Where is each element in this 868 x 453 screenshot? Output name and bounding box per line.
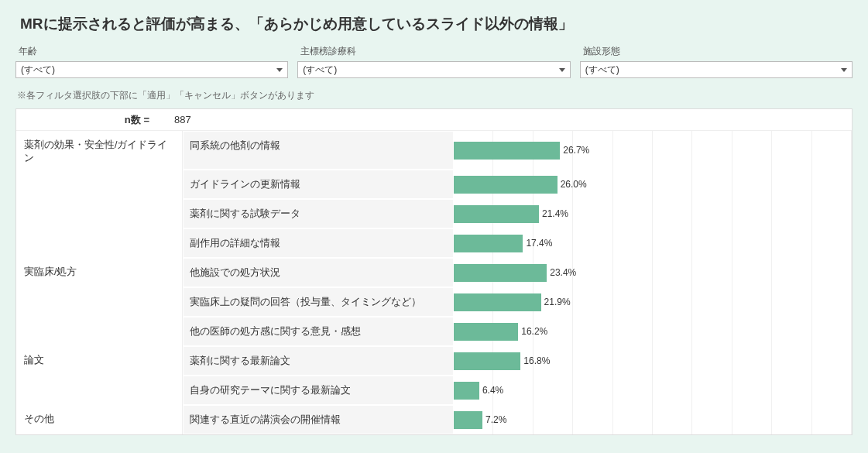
bar-cell: 6.4% (454, 376, 852, 405)
item-label: 同系統の他剤の情報 (183, 131, 454, 170)
bar: 23.4% (454, 264, 547, 282)
filter-age-select[interactable]: (すべて) (15, 61, 288, 78)
bar: 26.0% (454, 176, 558, 194)
item-label: 他施設での処方状況 (183, 258, 454, 287)
chevron-down-icon (841, 68, 847, 72)
table-row: 自身の研究テーマに関する最新論文6.4% (16, 376, 852, 405)
group-label (16, 199, 183, 228)
bar: 21.9% (454, 293, 541, 311)
filter-value: (すべて) (585, 63, 619, 77)
bar: 7.2% (454, 411, 482, 429)
table-row: 薬剤の効果・安全性/ガイドライン同系統の他剤の情報26.7% (16, 131, 852, 170)
filter-label: 主標榜診療科 (297, 45, 570, 58)
chevron-down-icon (276, 68, 283, 72)
bar-value-label: 23.4% (550, 267, 576, 278)
filter-value: (すべて) (21, 63, 55, 77)
group-label: 論文 (16, 346, 183, 376)
bar: 21.4% (454, 205, 539, 223)
filter-label: 年齢 (15, 45, 288, 58)
chart-area: n数 = 887 薬剤の効果・安全性/ガイドライン同系統の他剤の情報26.7%ガ… (15, 108, 853, 435)
table-row: 薬剤に関する試験データ21.4% (16, 199, 852, 228)
bar: 16.2% (454, 323, 518, 341)
bar: 6.4% (454, 382, 479, 400)
table-row: 実臨床/処方他施設での処方状況23.4% (16, 258, 852, 287)
table-row: ガイドラインの更新情報26.0% (16, 170, 852, 199)
bar-cell: 16.2% (454, 317, 852, 346)
bar-value-label: 26.7% (563, 145, 589, 156)
bar-value-label: 6.4% (482, 385, 503, 396)
bar-cell: 26.0% (454, 170, 852, 199)
item-label: 薬剤に関する最新論文 (183, 346, 454, 376)
filter-department: 主標榜診療科 (すべて) (297, 45, 570, 78)
group-label (16, 317, 183, 346)
filter-row: 年齢 (すべて) 主標榜診療科 (すべて) 施設形態 (すべて) (6, 45, 862, 78)
n-count-label: n数 = (16, 113, 171, 127)
bar-cell: 16.8% (454, 346, 852, 376)
item-label: 実臨床上の疑問の回答（投与量、タイミングなど） (183, 287, 454, 317)
table-row: その他関連する直近の講演会の開催情報7.2% (16, 405, 852, 434)
item-label: 他の医師の処方感に関する意見・感想 (183, 317, 454, 346)
gridlines (454, 376, 852, 405)
bar-value-label: 26.0% (561, 179, 587, 190)
chevron-down-icon (559, 68, 565, 72)
filter-label: 施設形態 (580, 45, 853, 58)
bar-value-label: 17.4% (526, 238, 552, 249)
bar: 17.4% (454, 235, 523, 252)
bar-cell: 7.2% (454, 405, 852, 434)
bar-value-label: 16.8% (523, 355, 550, 366)
filter-note: ※各フィルタ選択肢の下部に「適用」「キャンセル」ボタンがあります (17, 89, 862, 102)
table-row: 他の医師の処方感に関する意見・感想16.2% (16, 317, 852, 346)
bar-cell: 23.4% (454, 258, 852, 287)
bar: 26.7% (454, 142, 560, 160)
bar-cell: 21.9% (454, 287, 852, 317)
item-label: 薬剤に関する試験データ (183, 199, 454, 228)
group-label: 薬剤の効果・安全性/ガイドライン (16, 131, 183, 170)
page-title: MRに提示されると評価が高まる、「あらかじめ用意しているスライド以外の情報」 (20, 14, 862, 34)
n-count-row: n数 = 887 (16, 109, 852, 131)
bar-value-label: 7.2% (485, 414, 506, 425)
item-label: 関連する直近の講演会の開催情報 (183, 405, 454, 434)
filter-facility: 施設形態 (すべて) (580, 45, 853, 78)
group-label: その他 (16, 405, 183, 434)
table-row: 実臨床上の疑問の回答（投与量、タイミングなど）21.9% (16, 287, 852, 317)
item-label: 自身の研究テーマに関する最新論文 (183, 376, 454, 405)
table-row: 副作用の詳細な情報17.4% (16, 228, 852, 258)
bar-cell: 26.7% (454, 131, 852, 170)
item-label: ガイドラインの更新情報 (183, 170, 454, 199)
bar-cell: 17.4% (454, 228, 852, 258)
group-label (16, 170, 183, 199)
filter-value: (すべて) (303, 63, 337, 77)
bar-value-label: 21.4% (542, 208, 568, 219)
bar-value-label: 21.9% (544, 297, 571, 307)
group-label (16, 287, 183, 317)
filter-department-select[interactable]: (すべて) (297, 61, 570, 78)
filter-facility-select[interactable]: (すべて) (580, 61, 853, 78)
item-label: 副作用の詳細な情報 (183, 228, 454, 258)
group-label (16, 376, 183, 405)
table-row: 論文薬剤に関する最新論文16.8% (16, 346, 852, 376)
gridlines (454, 405, 852, 434)
group-label (16, 228, 183, 258)
n-count-value: 887 (171, 114, 191, 125)
filter-age: 年齢 (すべて) (15, 45, 288, 78)
bar: 16.8% (454, 352, 520, 370)
bar-cell: 21.4% (454, 199, 852, 228)
group-label: 実臨床/処方 (16, 258, 183, 287)
bar-value-label: 16.2% (521, 326, 547, 337)
